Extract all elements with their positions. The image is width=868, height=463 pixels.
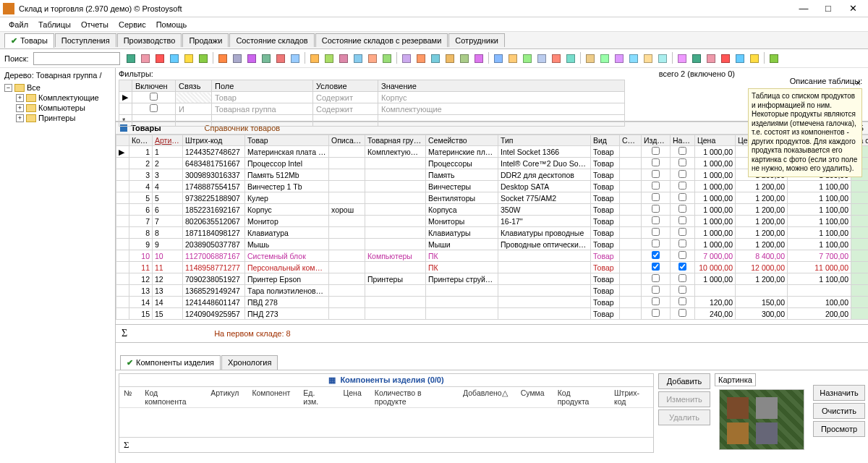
product-checkbox[interactable] xyxy=(652,193,660,201)
add-button[interactable]: Добавить xyxy=(658,373,710,389)
table-row[interactable]: 11111148958771277Персональный компьютерП… xyxy=(116,262,869,273)
edit-button[interactable]: Изменить xyxy=(658,391,710,407)
toolbar-icon[interactable] xyxy=(289,52,302,65)
menu-service[interactable]: Сервис xyxy=(114,19,150,30)
maximize-button[interactable]: □ xyxy=(816,1,841,17)
tab-staff[interactable]: Сотрудники xyxy=(448,33,505,47)
product-checkbox[interactable] xyxy=(652,158,660,166)
set-checkbox[interactable] xyxy=(678,193,686,201)
tab-chronology[interactable]: Хронология xyxy=(221,355,278,370)
toolbar-icon[interactable] xyxy=(366,52,379,65)
toolbar-icon[interactable] xyxy=(337,52,350,65)
filter-enabled-checkbox[interactable] xyxy=(150,104,158,112)
table-row[interactable]: 12127090238051927Принтер EpsonПринтерыПр… xyxy=(116,273,869,285)
toolbar-icon[interactable] xyxy=(506,52,519,65)
table-row[interactable]: 881871184098127КлавиатураКлавиатурыКлави… xyxy=(116,227,869,239)
toolbar-icon[interactable] xyxy=(642,52,655,65)
toolbar-icon[interactable] xyxy=(182,52,195,65)
set-checkbox[interactable] xyxy=(678,205,686,213)
toolbar-icon[interactable] xyxy=(564,52,577,65)
assign-button[interactable]: Назначить xyxy=(813,385,865,401)
toolbar-icon[interactable] xyxy=(124,52,137,65)
toolbar-icon[interactable] xyxy=(308,52,321,65)
filter-enabled-checkbox[interactable] xyxy=(150,93,158,101)
product-checkbox[interactable] xyxy=(652,216,660,224)
product-checkbox[interactable] xyxy=(652,286,660,294)
tree-item[interactable]: +Компьютеры xyxy=(14,103,112,113)
table-row[interactable]: 661852231692167КорпусхорошКорпуса350WТов… xyxy=(116,204,869,216)
toolbar-icon[interactable] xyxy=(380,52,393,65)
menu-reports[interactable]: Отчеты xyxy=(77,19,113,30)
toolbar-icon[interactable] xyxy=(245,52,258,65)
toolbar-icon[interactable] xyxy=(627,52,640,65)
toolbar-icon[interactable] xyxy=(472,52,485,65)
table-row[interactable]: 15151240904925957ПНД 273Товар240,00300,0… xyxy=(116,308,869,320)
table-row[interactable]: 441748887554157Винчестер 1 TbВинчестерыD… xyxy=(116,181,869,192)
picture-title[interactable]: Картинка xyxy=(715,373,756,386)
clear-button[interactable]: Очистить xyxy=(813,403,865,419)
toolbar-icon[interactable] xyxy=(748,52,761,65)
toolbar-icon[interactable] xyxy=(216,52,229,65)
search-input[interactable] xyxy=(33,52,120,65)
tree-root[interactable]: − Все xyxy=(3,82,112,93)
toolbar-icon[interactable] xyxy=(400,52,413,65)
toolbar-icon[interactable] xyxy=(458,52,471,65)
tab-goods[interactable]: ✔Товары xyxy=(4,33,54,48)
product-image[interactable] xyxy=(719,389,804,450)
toolbar-icon[interactable] xyxy=(521,52,534,65)
product-checkbox[interactable] xyxy=(652,263,660,271)
product-checkbox[interactable] xyxy=(652,170,660,178)
menu-tables[interactable]: Таблицы xyxy=(34,19,75,30)
expand-icon[interactable]: + xyxy=(16,94,24,102)
desc-close-icon[interactable]: × xyxy=(856,78,861,88)
set-checkbox[interactable] xyxy=(678,251,686,259)
toolbar-icon[interactable] xyxy=(676,52,689,65)
toolbar-icon[interactable] xyxy=(733,52,746,65)
delete-button[interactable]: Удалить xyxy=(658,409,710,425)
set-checkbox[interactable] xyxy=(678,158,686,166)
collapse-icon[interactable]: − xyxy=(4,84,12,92)
product-checkbox[interactable] xyxy=(652,147,660,155)
set-checkbox[interactable] xyxy=(678,182,686,190)
product-checkbox[interactable] xyxy=(652,239,660,247)
toolbar-icon[interactable] xyxy=(690,52,703,65)
product-checkbox[interactable] xyxy=(652,309,660,317)
toolbar-icon[interactable] xyxy=(168,52,181,65)
menu-file[interactable]: Файл xyxy=(4,19,33,30)
table-row[interactable]: 992038905037787МышьМышиПроводные оптичес… xyxy=(116,239,869,250)
set-checkbox[interactable] xyxy=(678,286,686,294)
set-checkbox[interactable] xyxy=(678,274,686,282)
filters-table[interactable]: Включен Связь Поле Условие Значение ▶Тов… xyxy=(119,80,625,127)
toolbar-icon[interactable] xyxy=(274,52,287,65)
tab-stock-reserve[interactable]: Состояние складов с резервами xyxy=(315,33,448,47)
product-checkbox[interactable] xyxy=(652,274,660,282)
toolbar-icon[interactable] xyxy=(197,52,210,65)
toolbar-icon[interactable] xyxy=(153,52,166,65)
product-checkbox[interactable] xyxy=(652,251,660,259)
tab-production[interactable]: Производство xyxy=(117,33,182,47)
set-checkbox[interactable] xyxy=(678,297,686,305)
toolbar-icon[interactable] xyxy=(535,52,548,65)
table-row[interactable]: 13131368529149247Тара полиэтиленовая №3Т… xyxy=(116,285,869,297)
table-row[interactable]: 10101127006887167Системный блокКомпьютер… xyxy=(116,250,869,262)
table-row[interactable]: 14141241448601147ПВД 278Товар120,00150,0… xyxy=(116,297,869,308)
set-checkbox[interactable] xyxy=(678,309,686,317)
toolbar-icon[interactable] xyxy=(598,52,611,65)
tab-components[interactable]: ✔Компоненты изделия xyxy=(120,355,221,370)
set-checkbox[interactable] xyxy=(678,216,686,224)
toolbar-icon[interactable] xyxy=(584,52,597,65)
toolbar-icon[interactable] xyxy=(139,52,152,65)
toolbar-icon[interactable] xyxy=(767,52,780,65)
tree-item[interactable]: +Принтеры xyxy=(14,113,112,123)
toolbar-icon[interactable] xyxy=(613,52,626,65)
tree-item[interactable]: +Комплектующие xyxy=(14,93,112,103)
toolbar-icon[interactable] xyxy=(705,52,718,65)
product-checkbox[interactable] xyxy=(652,228,660,236)
expand-icon[interactable]: + xyxy=(16,114,24,122)
toolbar-icon[interactable] xyxy=(231,52,244,65)
view-button[interactable]: Просмотр xyxy=(813,421,865,437)
product-checkbox[interactable] xyxy=(652,205,660,213)
product-checkbox[interactable] xyxy=(652,297,660,305)
tab-receipts[interactable]: Поступления xyxy=(55,33,116,47)
set-checkbox[interactable] xyxy=(678,239,686,247)
